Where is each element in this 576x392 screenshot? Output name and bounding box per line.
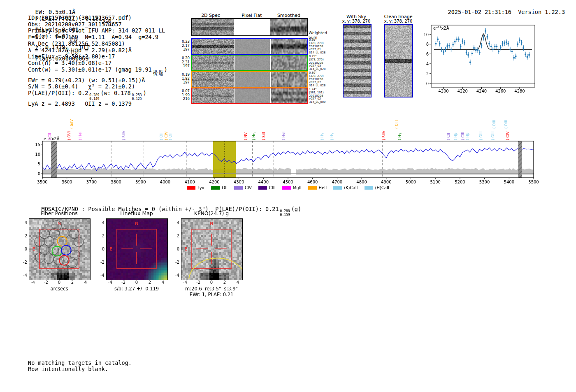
info-cont-n: Cont(n) = 3.40(±0.08)e-17 — [28, 60, 167, 67]
line-label-oiii: ( OIII — [479, 132, 483, 140]
lineflux-map-panel — [106, 218, 168, 280]
spec2d-row-4 — [191, 88, 308, 104]
legend-label: HeII — [319, 186, 327, 190]
legend-swatch — [258, 186, 267, 190]
info-sn-chi2: S/N = 5.8(±0.4) χ² = 2.2(±0.2) — [28, 84, 167, 90]
line-label-siiv: ( SiIV — [382, 131, 386, 140]
kpno-caption-2: EWr: 1, PLAE: 0.21 — [177, 292, 246, 297]
line-label-heii: ( HeII — [281, 130, 286, 140]
tick-label: -4 — [175, 273, 179, 278]
tick-label: 4 — [84, 280, 87, 285]
row-2dspec-image — [192, 56, 234, 70]
legend-swatch — [187, 186, 195, 190]
info-seeing: F=1.9" T=0.169 N=1.11 A=0.94 g=24.9 — [28, 34, 167, 41]
tick-label: 4280 — [514, 89, 525, 93]
line-label-cii: ( CII — [446, 133, 451, 140]
tick-label: 5 — [38, 162, 40, 166]
legend-item-civ: CIV — [234, 186, 252, 190]
row-2dspec-image — [192, 72, 234, 87]
weighted-smoothed-image — [270, 19, 307, 35]
tick-label: 4200 — [438, 89, 448, 93]
with-sky-image — [344, 25, 371, 97]
info-cont-w: Cont(w) = 5.30(±0.01)e-17 (gmag 19.9119.… — [28, 67, 167, 77]
legend-swatch — [308, 186, 317, 190]
row-2dspec-image — [192, 39, 234, 54]
col-title-smoothed: Smoothed — [272, 13, 305, 18]
tick-label: 0 — [177, 247, 179, 251]
row-smoothed-image — [271, 39, 307, 54]
legend-label: CIII — [269, 186, 276, 190]
spec2d-row-2 — [191, 55, 308, 71]
line-label-civ: ( CIV — [506, 132, 510, 140]
tick-label: 0 — [25, 247, 27, 251]
tick-label: -4 — [100, 273, 105, 278]
kpno-caption-1: m:20.6 re:3.5" s:3.9" — [177, 286, 246, 292]
legend-item-heii: HeII — [308, 186, 327, 190]
tick-label: -2 — [23, 260, 27, 264]
line-label-oii: ( OII — [159, 132, 163, 140]
col-title-2dspec: 2D Spec — [194, 13, 227, 18]
legend-label: (K)CaII — [344, 186, 358, 190]
row-smoothed-image — [271, 72, 307, 87]
version-label: Version 1.22.3 — [518, 9, 565, 15]
line-label-hγ: ( Hγ — [330, 133, 334, 140]
lineflux-caption: s/b: 3.27 +/- 0.119 — [102, 286, 171, 292]
tick-label: 2 — [25, 234, 27, 238]
legend-label: Lyα — [197, 186, 204, 190]
legend-swatch — [282, 186, 291, 190]
tick-label: 10 — [35, 152, 40, 156]
col-title-pixelflat: Pixel Flat — [235, 13, 268, 18]
tick-label: -4 — [108, 280, 112, 285]
line-legend: LyαOIICIVCIIIMgIIHeII(K)CaII(H)CaII — [42, 183, 534, 191]
legend-swatch — [211, 186, 220, 190]
tick-label: 0 — [426, 81, 429, 86]
line-label-cii: ( CII — [48, 133, 52, 140]
fiber-positions-panel — [29, 218, 91, 280]
row-smoothed-image — [271, 56, 307, 70]
line-label-hβ: ( Hβ — [453, 132, 458, 140]
clean-image-coords: x, y: 378, 270 — [381, 19, 416, 23]
lineflux-map-image — [107, 219, 167, 280]
kpno-title: KPNO(24.7) g — [181, 210, 242, 216]
tick-label: 15 — [35, 142, 40, 146]
line-label-ovi: ( OVI — [67, 131, 71, 140]
header-datetime: 2025-01-02 21:31:16 Version 1.22.3 — [434, 2, 565, 22]
line-label-civ: ( CIV — [164, 132, 168, 140]
tick-label: 6 — [426, 52, 429, 56]
info-redshifts: LyA z = 2.4893 OII z = 0.1379 — [28, 101, 167, 107]
line-label-hη: ( Hη — [252, 132, 256, 140]
kpno-image — [181, 219, 242, 280]
info-obs: Obs: 20210208v027_3011573657 — [28, 21, 167, 28]
tick-label: -2 — [121, 280, 125, 285]
detection-info-block: ID: 3011573657 (3011573657.pdf) Obs: 202… — [28, 15, 167, 107]
row-right-meta: 1.74"(381, 101)20210208v027_02314_LL_009 — [309, 88, 325, 104]
tick-label: 2 — [223, 280, 226, 285]
clean-image — [385, 25, 412, 97]
tick-label: 2 — [102, 234, 105, 238]
tick-label: -2 — [100, 260, 105, 264]
row-left-stats: 0.232.17197 — [178, 40, 190, 52]
tick-label: -4 — [23, 273, 27, 278]
tick-label: 4240 — [476, 89, 487, 93]
clean-image-panel — [384, 24, 413, 97]
with-sky-panel — [343, 24, 372, 97]
tick-label: 0 — [38, 172, 40, 176]
tick-label: 10 — [423, 32, 429, 37]
line-label-oiii: ( OIII — [492, 120, 496, 129]
legend-item-hcaii: (H)CaII — [365, 186, 389, 190]
tick-label: 8 — [426, 42, 429, 46]
info-lineflux: LineFlux = 9.50(±2.80)e-17 — [28, 53, 167, 60]
legend-swatch — [333, 186, 342, 190]
tick-label: 0 — [210, 280, 213, 285]
tick-label: 0 — [102, 247, 105, 251]
legend-label: (H)CaII — [375, 186, 389, 190]
tick-label: 4260 — [495, 89, 506, 93]
line-label-hβ: ( Hβ — [465, 132, 469, 140]
info-radec: RA,Dec (231.881256,52.845081) — [28, 41, 167, 47]
line-label-oiii: ( OIII — [504, 120, 508, 129]
row-left-stats: 0.202.31197 — [178, 56, 190, 68]
line-label-ciii: ( CIII — [461, 132, 465, 140]
row-left-stats: 0.191.82197 — [178, 73, 190, 85]
fiber-xaxis-label: arcsecs — [29, 286, 90, 292]
kpno-cutout-panel — [181, 218, 243, 280]
